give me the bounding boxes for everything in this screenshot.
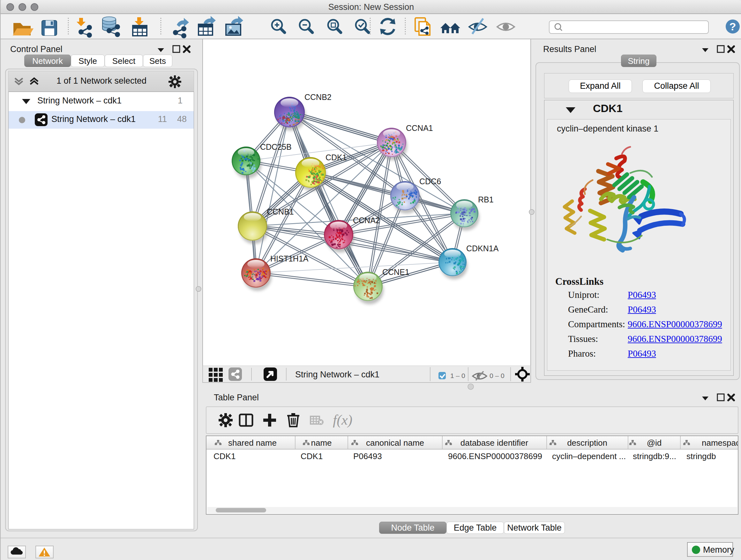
svg-text:name: name: [311, 438, 332, 448]
svg-text:database identifier: database identifier: [461, 438, 529, 448]
svg-text:shared name: shared name: [228, 438, 277, 448]
svg-text:1 – 0: 1 – 0: [450, 372, 465, 379]
svg-text:?: ?: [730, 20, 736, 33]
svg-text:0 – 0: 0 – 0: [489, 372, 504, 379]
svg-text:CDKN1A: CDKN1A: [466, 244, 499, 253]
svg-text:stringdb: stringdb: [686, 451, 716, 461]
svg-text:CDC25B: CDC25B: [260, 142, 292, 151]
svg-text:namespace: namespace: [702, 438, 738, 448]
svg-text:f(x): f(x): [333, 412, 352, 428]
svg-text:CCNB1: CCNB1: [267, 207, 294, 216]
svg-text:CCNB2: CCNB2: [305, 92, 332, 102]
svg-text:CCNA1: CCNA1: [406, 124, 433, 132]
svg-text:9606.ENSP00000378699: 9606.ENSP00000378699: [448, 451, 542, 461]
svg-text:CDC6: CDC6: [419, 177, 441, 186]
svg-text:P06493: P06493: [353, 451, 382, 461]
svg-text:HIST1H1A: HIST1H1A: [270, 254, 309, 263]
svg-text:CDK1: CDK1: [300, 451, 323, 461]
svg-text:CCNA2: CCNA2: [353, 216, 380, 225]
svg-text:canonical name: canonical name: [366, 438, 424, 448]
svg-text:CDK1: CDK1: [326, 153, 347, 162]
svg-text:description: description: [567, 438, 607, 448]
svg-text:CDK1: CDK1: [213, 451, 235, 461]
svg-text:RB1: RB1: [478, 195, 494, 204]
svg-text:String Network – cdk1: String Network – cdk1: [295, 370, 380, 379]
svg-text:CCNE1: CCNE1: [382, 267, 409, 276]
svg-text:@id: @id: [647, 438, 662, 448]
svg-text:cyclin–dependent ...: cyclin–dependent ...: [552, 451, 626, 461]
svg-text:stringdb:9...: stringdb:9...: [633, 451, 676, 461]
